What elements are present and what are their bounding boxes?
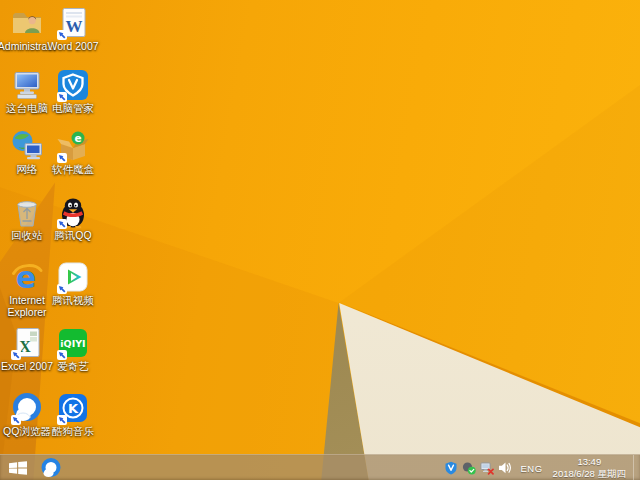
- desktop-icon-qq-browser[interactable]: QQ浏览器: [1, 391, 53, 438]
- excel-document-icon: X: [10, 326, 44, 360]
- desktop-icon-this-pc[interactable]: 这台电脑: [1, 68, 53, 115]
- iqiyi-icon: iQIYI: [56, 326, 90, 360]
- desktop-icon-software-box[interactable]: e 软件魔盒: [47, 129, 99, 176]
- shortcut-arrow-icon: [11, 350, 21, 360]
- word-document-icon: W: [56, 6, 90, 40]
- taskbar: ENG 13:49 2018/6/28 星期四: [0, 454, 640, 480]
- desktop-icon-tencent-qq[interactable]: 腾讯QQ: [47, 195, 99, 242]
- desktop-screen: Administra... W Word 2007: [0, 0, 640, 480]
- tencent-video-icon: [56, 260, 90, 294]
- volume-tray-icon[interactable]: [498, 461, 512, 475]
- taskbar-clock[interactable]: 13:49 2018/6/28 星期四: [553, 456, 626, 480]
- shortcut-arrow-icon: [57, 153, 67, 163]
- shortcut-arrow-icon: [11, 415, 21, 425]
- software-box-icon: e: [56, 129, 90, 163]
- svg-text:e: e: [74, 132, 81, 144]
- shortcut-arrow-icon: [57, 92, 67, 102]
- pc-manager-tray-icon[interactable]: [444, 461, 458, 475]
- user-folder-icon: [10, 6, 44, 40]
- desktop-icon-excel-2007[interactable]: X Excel 2007: [1, 326, 53, 373]
- qq-penguin-icon: [56, 195, 90, 229]
- system-tray: ENG 13:49 2018/6/28 星期四: [444, 455, 640, 480]
- svg-text:X: X: [19, 338, 31, 355]
- pc-manager-shield-icon: [56, 68, 90, 102]
- desktop-icon-internet-explorer[interactable]: e Internet Explorer: [1, 260, 53, 319]
- shortcut-arrow-icon: [57, 415, 67, 425]
- desktop-icon-administrator-folder[interactable]: Administra...: [1, 6, 53, 53]
- network-globe-icon: [10, 129, 44, 163]
- kugou-music-icon: K: [56, 391, 90, 425]
- shortcut-arrow-icon: [57, 284, 67, 294]
- shortcut-arrow-icon: [57, 219, 67, 229]
- qq-browser-icon: [40, 457, 62, 479]
- clock-time: 13:49: [553, 456, 626, 468]
- internet-explorer-icon: e: [10, 260, 44, 294]
- desktop-icon-recycle-bin[interactable]: 回收站: [1, 195, 53, 242]
- this-pc-icon: [10, 68, 44, 102]
- desktop-icon-tencent-video[interactable]: 腾讯视频: [47, 260, 99, 307]
- windows-start-icon: [9, 461, 27, 475]
- security-check-tray-icon[interactable]: [462, 461, 476, 475]
- desktop-icon-iqiyi[interactable]: iQIYI 爱奇艺: [47, 326, 99, 373]
- desktop-icon-network[interactable]: 网络: [1, 129, 53, 176]
- desktop-icon-pc-manager[interactable]: 电脑管家: [47, 68, 99, 115]
- desktop-icon-kugou-music[interactable]: K 酷狗音乐: [47, 391, 99, 438]
- network-disconnected-tray-icon[interactable]: [480, 461, 494, 475]
- svg-text:W: W: [66, 17, 83, 36]
- start-button[interactable]: [0, 455, 36, 480]
- recycle-bin-icon: [10, 195, 44, 229]
- pinned-qq-browser-button[interactable]: [36, 455, 66, 480]
- show-desktop-button[interactable]: [633, 455, 638, 480]
- shortcut-arrow-icon: [57, 350, 67, 360]
- qq-browser-icon: [10, 391, 44, 425]
- desktop-icon-word-2007[interactable]: W Word 2007: [47, 6, 99, 53]
- clock-date: 2018/6/28 星期四: [553, 468, 626, 480]
- svg-text:iQIYI: iQIYI: [60, 338, 85, 349]
- svg-text:K: K: [68, 401, 79, 416]
- shortcut-arrow-icon: [57, 30, 67, 40]
- language-indicator[interactable]: ENG: [521, 463, 543, 474]
